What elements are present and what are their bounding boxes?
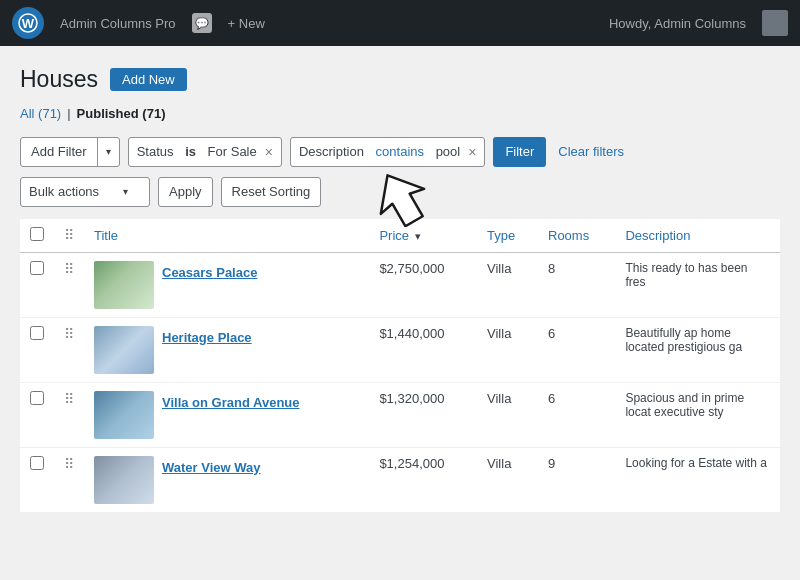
svg-marker-2 xyxy=(366,167,436,227)
row-drag-cell: ⠿ xyxy=(54,317,84,382)
row-title-link[interactable]: Ceasars Palace xyxy=(162,261,257,280)
row-desc-cell: This ready to has been fres xyxy=(615,252,780,317)
table-row: ⠿ Villa on Grand Avenue $1,320,000 Villa… xyxy=(20,382,780,447)
row-drag-icon[interactable]: ⠿ xyxy=(64,391,74,407)
sort-arrow-icon: ▾ xyxy=(415,230,421,242)
row-checkbox-cell xyxy=(20,252,54,317)
col-header-description[interactable]: Description xyxy=(615,219,780,253)
comments-icon[interactable]: 💬 xyxy=(192,13,212,33)
row-checkbox[interactable] xyxy=(30,261,44,275)
row-price-cell: $1,440,000 xyxy=(369,317,477,382)
wp-logo[interactable]: W xyxy=(12,7,44,39)
add-new-button[interactable]: Add New xyxy=(110,68,187,91)
admin-bar-title: Admin Columns Pro xyxy=(60,16,176,31)
row-checkbox[interactable] xyxy=(30,326,44,340)
row-desc-cell: Spacious and in prime locat executive st… xyxy=(615,382,780,447)
sub-nav: All (71) | Published (71) xyxy=(20,106,780,121)
row-rooms-cell: 6 xyxy=(538,382,615,447)
row-title-cell: Water View Way xyxy=(84,448,369,512)
filter-desc-remove-icon[interactable]: × xyxy=(468,145,476,159)
page-title: Houses xyxy=(20,66,98,94)
filter-desc-op: contains xyxy=(376,144,424,159)
col-header-drag: ⠿ xyxy=(54,219,84,253)
table-header: ⠿ Title Price ▾ Type Rooms Description xyxy=(20,219,780,253)
posts-table: ⠿ Title Price ▾ Type Rooms Description xyxy=(20,219,780,513)
row-title-link[interactable]: Villa on Grand Avenue xyxy=(162,391,300,410)
filter-status-key: Status xyxy=(137,144,174,159)
col-header-price[interactable]: Price ▾ xyxy=(369,219,477,253)
row-type-cell: Villa xyxy=(477,317,538,382)
row-checkbox-cell xyxy=(20,447,54,512)
row-price-cell: $1,254,000 xyxy=(369,447,477,512)
howdy-text: Howdy, Admin Columns xyxy=(609,16,746,31)
row-desc-cell: Looking for a Estate with a xyxy=(615,447,780,512)
apply-button[interactable]: Apply xyxy=(158,177,213,207)
table-body: ⠿ Ceasars Palace $2,750,000 Villa 8 This… xyxy=(20,252,780,512)
add-filter-button[interactable]: Add Filter ▾ xyxy=(20,137,120,167)
content-wrap: Houses Add New All (71) | Published (71)… xyxy=(0,46,800,580)
row-title-cell: Ceasars Palace xyxy=(84,253,369,317)
bulk-actions-select[interactable]: Bulk actions ▾ xyxy=(20,177,150,207)
row-checkbox[interactable] xyxy=(30,456,44,470)
row-checkbox[interactable] xyxy=(30,391,44,405)
add-filter-label: Add Filter xyxy=(21,138,98,166)
filter-tag-status: Status is For Sale × xyxy=(128,137,282,167)
table-row: ⠿ Ceasars Palace $2,750,000 Villa 8 This… xyxy=(20,252,780,317)
filter-button[interactable]: Filter xyxy=(493,137,546,167)
filter-status-op xyxy=(178,144,182,159)
row-rooms-cell: 8 xyxy=(538,252,615,317)
svg-text:W: W xyxy=(22,16,35,31)
row-thumbnail xyxy=(94,391,154,439)
drag-handle-icon: ⠿ xyxy=(64,227,74,243)
row-drag-cell: ⠿ xyxy=(54,252,84,317)
filter-bar: Add Filter ▾ Status is For Sale × Descri… xyxy=(20,137,780,167)
row-drag-icon[interactable]: ⠿ xyxy=(64,456,74,472)
row-rooms-cell: 9 xyxy=(538,447,615,512)
sep: | xyxy=(67,106,70,121)
filter-status-remove-icon[interactable]: × xyxy=(265,145,273,159)
filter-desc-value: pool xyxy=(436,144,461,159)
filter-tag-description: Description contains pool × xyxy=(290,137,485,167)
filter-desc-key: Description xyxy=(299,144,364,159)
new-post-link[interactable]: + New xyxy=(228,16,265,31)
bulk-select-chevron-icon: ▾ xyxy=(123,186,128,197)
table-row: ⠿ Water View Way $1,254,000 Villa 9 Look… xyxy=(20,447,780,512)
filter-status-op-label: is xyxy=(185,144,196,159)
row-thumbnail xyxy=(94,326,154,374)
add-filter-chevron-icon: ▾ xyxy=(98,138,119,166)
col-header-title[interactable]: Title xyxy=(84,219,369,253)
all-link[interactable]: All (71) xyxy=(20,106,61,121)
row-desc-cell: Beautifully ap home located prestigious … xyxy=(615,317,780,382)
row-checkbox-cell xyxy=(20,317,54,382)
filter-status-space xyxy=(200,144,204,159)
reset-sorting-button[interactable]: Reset Sorting xyxy=(221,177,322,207)
row-drag-cell: ⠿ xyxy=(54,447,84,512)
row-drag-icon[interactable]: ⠿ xyxy=(64,326,74,342)
row-title-link[interactable]: Heritage Place xyxy=(162,326,252,345)
col-header-type[interactable]: Type xyxy=(477,219,538,253)
filter-status-value: For Sale xyxy=(208,144,257,159)
row-type-cell: Villa xyxy=(477,447,538,512)
page-title-row: Houses Add New xyxy=(20,66,780,94)
clear-filters-button[interactable]: Clear filters xyxy=(554,144,628,159)
user-avatar[interactable] xyxy=(762,10,788,36)
row-type-cell: Villa xyxy=(477,382,538,447)
select-all-checkbox[interactable] xyxy=(30,227,44,241)
row-thumbnail xyxy=(94,456,154,504)
row-type-cell: Villa xyxy=(477,252,538,317)
row-title-link[interactable]: Water View Way xyxy=(162,456,261,475)
row-rooms-cell: 6 xyxy=(538,317,615,382)
action-bar: Bulk actions ▾ Apply Reset Sorting xyxy=(20,177,780,207)
row-title-cell: Heritage Place xyxy=(84,318,369,382)
row-price-cell: $2,750,000 xyxy=(369,252,477,317)
admin-bar: W Admin Columns Pro 💬 + New Howdy, Admin… xyxy=(0,0,800,46)
row-thumbnail xyxy=(94,261,154,309)
row-title-cell: Villa on Grand Avenue xyxy=(84,383,369,447)
published-link[interactable]: Published (71) xyxy=(77,106,166,121)
row-drag-icon[interactable]: ⠿ xyxy=(64,261,74,277)
row-checkbox-cell xyxy=(20,382,54,447)
row-drag-cell: ⠿ xyxy=(54,382,84,447)
table-row: ⠿ Heritage Place $1,440,000 Villa 6 Beau… xyxy=(20,317,780,382)
row-price-cell: $1,320,000 xyxy=(369,382,477,447)
col-header-rooms[interactable]: Rooms xyxy=(538,219,615,253)
